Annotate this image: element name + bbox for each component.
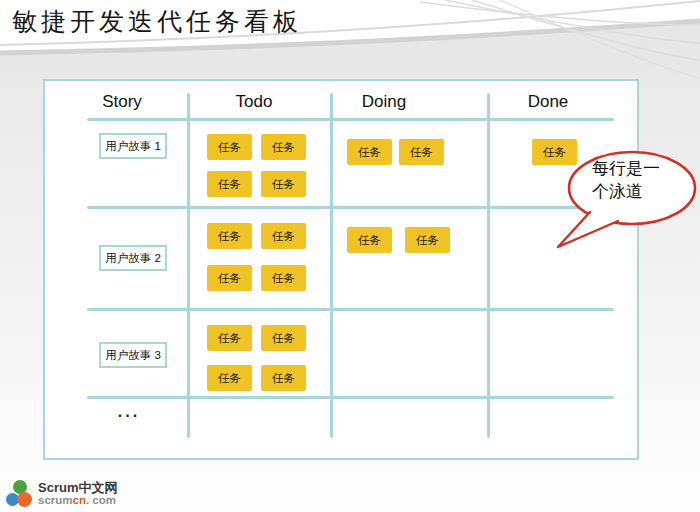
row-divider-line <box>87 396 614 399</box>
story-card: 用户故事 2 <box>99 245 167 271</box>
swimlane-callout: 每行是一 个泳道 <box>552 142 700 260</box>
task-card: 任务 <box>405 227 450 253</box>
logo-orange-circle-icon <box>17 492 32 507</box>
story-card: 用户故事 1 <box>99 133 167 159</box>
task-card: 任务 <box>261 223 306 249</box>
task-card: 任务 <box>347 139 392 165</box>
column-header-done: Done <box>528 92 569 112</box>
more-rows-ellipsis: ... <box>105 403 153 421</box>
row-divider-line <box>87 206 614 209</box>
column-header-story: Story <box>102 92 142 112</box>
task-card: 任务 <box>207 134 252 160</box>
kanban-board: Story Todo Doing Done 用户故事 1任务任务任务任务任务任务… <box>43 79 639 460</box>
callout-line-1: 每行是一 <box>592 157 660 180</box>
brand-url: scrumcn. com <box>38 494 116 506</box>
column-header-doing: Doing <box>362 92 406 112</box>
url-suffix: . com <box>86 494 116 506</box>
task-card: 任务 <box>261 325 306 351</box>
column-divider-line <box>330 93 333 438</box>
url-highlight: cn <box>73 494 86 506</box>
row-divider-line <box>87 308 614 311</box>
slide: 敏捷开发迭代任务看板 Story Todo Doing Done 用户故事 1任… <box>0 0 700 512</box>
task-card: 任务 <box>261 365 306 391</box>
task-card: 任务 <box>261 171 306 197</box>
story-card: 用户故事 3 <box>99 342 167 368</box>
url-prefix: scrum <box>38 494 73 506</box>
column-divider-line <box>187 93 190 438</box>
callout-line-2: 个泳道 <box>592 180 660 203</box>
column-header-todo: Todo <box>236 92 273 112</box>
task-card: 任务 <box>261 134 306 160</box>
header-divider-line <box>87 118 614 121</box>
task-card: 任务 <box>207 223 252 249</box>
task-card: 任务 <box>347 227 392 253</box>
slide-title: 敏捷开发迭代任务看板 <box>12 5 302 38</box>
task-card: 任务 <box>261 265 306 291</box>
task-card: 任务 <box>207 325 252 351</box>
callout-text: 每行是一 个泳道 <box>592 157 660 203</box>
task-card: 任务 <box>207 365 252 391</box>
task-card: 任务 <box>399 139 444 165</box>
column-divider-line <box>487 93 490 438</box>
task-card: 任务 <box>207 265 252 291</box>
task-card: 任务 <box>207 171 252 197</box>
